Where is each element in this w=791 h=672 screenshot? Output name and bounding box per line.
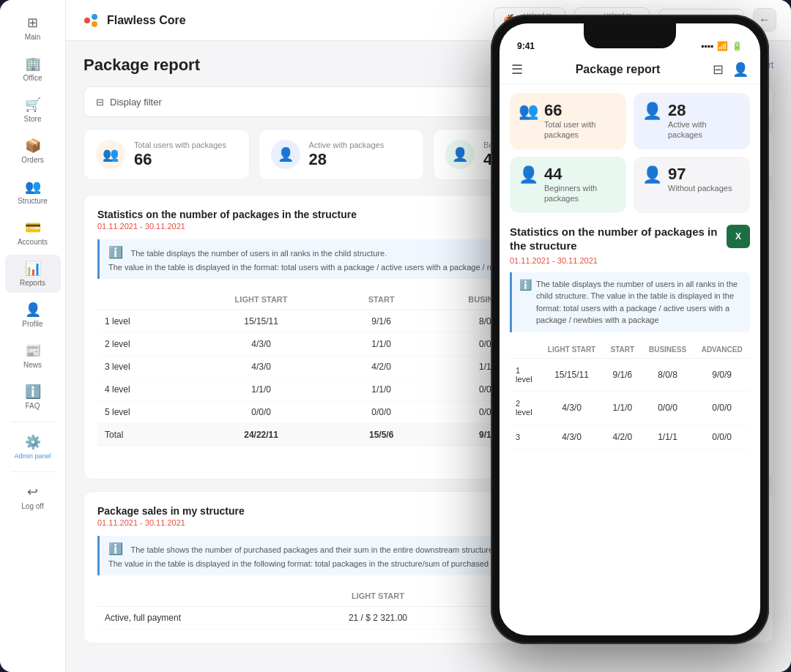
sidebar-item-profile[interactable]: 👤 Profile — [5, 296, 61, 334]
sidebar-item-store[interactable]: 🛒 Store — [5, 91, 61, 129]
logo-text: Flawless Core — [107, 14, 186, 27]
info-icon: ℹ️ — [108, 246, 123, 258]
phone-stats-grid: 👥 66 Total user with packages 👤 28 Activ… — [510, 93, 750, 213]
phone-notch — [584, 23, 676, 48]
sidebar-item-admin[interactable]: ⚙️ Admin panel — [5, 428, 61, 466]
sidebar-item-logoff[interactable]: ↩ Log off — [5, 478, 61, 516]
level-3: 3 level — [97, 356, 186, 378]
phone-stat-beginners: 👤 44 Beginners with packages — [510, 157, 626, 213]
sidebar-label-reports: Reports — [20, 279, 45, 287]
sidebar-item-accounts[interactable]: 💳 Accounts — [5, 214, 61, 252]
stat-card-total: 👥 Total users with packages 66 — [83, 129, 250, 180]
logo-icon — [81, 10, 101, 31]
sidebar-label-orders: Orders — [21, 156, 44, 164]
phone-structure-table: LIGHT START START BUSINESS ADVANCED 1lev… — [510, 341, 750, 450]
phone-filter-icon[interactable]: ⊟ — [713, 61, 724, 78]
phone-frame: 9:41 ▪▪▪▪ 📶 🔋 ☰ Package report ⊟ 👤 — [491, 15, 769, 644]
sidebar-label-faq: FAQ — [25, 402, 40, 410]
signal-icon: ▪▪▪▪ — [701, 41, 713, 51]
sidebar-item-orders[interactable]: 📦 Orders — [5, 132, 61, 170]
phone-profile-icon[interactable]: 👤 — [732, 61, 749, 78]
phone-stat-value-active: 28 — [668, 102, 741, 119]
phone-table-row: 3 4/3/0 4/2/0 1/1/1 0/0/0 — [510, 424, 750, 449]
structure-icon: 👥 — [25, 179, 41, 195]
phone-screen: 9:41 ▪▪▪▪ 📶 🔋 ☰ Package report ⊟ 👤 — [500, 23, 760, 635]
phone-active-icon: 👤 — [642, 102, 662, 121]
filter-text: Display filter — [110, 97, 162, 108]
phone-stat-value-total: 66 — [544, 102, 617, 119]
phone-stat-active: 👤 28 Active with packages — [634, 93, 750, 149]
orders-icon: 📦 — [25, 138, 41, 154]
stat-icon-total: 👥 — [96, 140, 125, 169]
svg-rect-0 — [81, 10, 101, 31]
col-header-light-start: LIGHT START — [186, 289, 335, 310]
excel-button[interactable]: X — [727, 225, 750, 248]
phone-structure-date: 01.11.2021 - 30.11.2021 — [510, 256, 750, 265]
sidebar-label-profile: Profile — [22, 320, 42, 328]
phone-stat-label-beginners: Beginners with packages — [544, 183, 617, 204]
sidebar-label-news: News — [23, 361, 42, 369]
sidebar-item-faq[interactable]: ℹ️ FAQ — [5, 378, 61, 416]
sidebar-item-reports[interactable]: 📊 Reports — [5, 255, 61, 293]
stat-card-active: 👤 Active with packages 28 — [259, 129, 425, 180]
level-2: 2 level — [97, 333, 186, 356]
level-1: 1 level — [97, 310, 186, 333]
filter-icon: ⊟ — [96, 97, 104, 108]
faq-icon: ℹ️ — [25, 384, 41, 400]
phone-info-text: The table displays the number of users i… — [536, 278, 743, 326]
col-header-level — [97, 289, 186, 310]
phone-stat-value-without: 97 — [668, 165, 732, 183]
sidebar-item-office[interactable]: 🏢 Office — [5, 50, 61, 88]
phone-structure-title: Statistics on the number of packages in … — [510, 225, 727, 253]
sidebar-item-news[interactable]: 📰 News — [5, 337, 61, 375]
phone-table-row: 2level 4/3/0 1/1/0 0/0/0 0/0/0 — [510, 391, 750, 424]
phone-table-row: 1level 15/15/11 9/1/6 8/0/8 9/0/9 — [510, 358, 750, 391]
phone-total-icon: 👥 — [519, 102, 538, 121]
sidebar-divider — [11, 422, 55, 422]
info-box-text: The table displays the number of users i… — [108, 249, 533, 272]
stat-label-total: Total users with packages — [134, 140, 226, 150]
sidebar-label-admin: Admin panel — [14, 452, 51, 460]
sidebar-label-main: Main — [25, 33, 41, 41]
svg-point-1 — [84, 18, 90, 23]
level-5: 5 level — [97, 401, 186, 424]
phone-beginners-icon: 👤 — [519, 165, 538, 184]
sidebar-label-accounts: Accounts — [18, 238, 48, 246]
hamburger-icon[interactable]: ☰ — [511, 61, 523, 78]
phone-stat-without: 👤 97 Without packages — [634, 157, 750, 213]
sidebar-item-structure[interactable]: 👥 Structure — [5, 173, 61, 211]
stat-label-active: Active with packages — [309, 140, 385, 150]
phone-content: 👥 66 Total user with packages 👤 28 Activ… — [500, 84, 760, 635]
sidebar-label-logoff: Log off — [21, 502, 43, 510]
phone-stat-total: 👥 66 Total user with packages — [510, 93, 626, 149]
level-4: 4 level — [97, 378, 186, 401]
col-header-start: START — [336, 289, 427, 310]
sidebar-divider-2 — [11, 471, 55, 472]
office-icon: 🏢 — [25, 56, 41, 72]
stat-icon-beginners: 👤 — [445, 140, 475, 169]
phone-nav-bar: ☰ Package report ⊟ 👤 — [500, 56, 760, 84]
svg-point-2 — [92, 14, 97, 20]
phone-info-icon: ℹ️ — [519, 279, 532, 326]
phone-table-header: LIGHT START START BUSINESS ADVANCED — [510, 341, 750, 359]
sidebar: ⊞ Main 🏢 Office 🛒 Store 📦 Orders 👥 Struc… — [0, 0, 66, 672]
phone-status-icons: ▪▪▪▪ 📶 🔋 — [701, 41, 743, 51]
stat-value-active: 28 — [309, 150, 385, 169]
svg-point-3 — [92, 21, 97, 27]
sidebar-label-office: Office — [23, 74, 42, 82]
news-icon: 📰 — [25, 343, 41, 359]
phone-structure-section: Statistics on the number of packages in … — [510, 225, 750, 450]
phone-stat-label-without: Without packages — [668, 183, 732, 193]
phone-stat-value-beginners: 44 — [544, 165, 617, 183]
profile-icon: 👤 — [25, 302, 41, 318]
wifi-icon: 📶 — [717, 41, 728, 51]
admin-icon: ⚙️ — [25, 434, 41, 450]
filter-label: ⊟ Display filter — [96, 97, 162, 108]
sidebar-item-main[interactable]: ⊞ Main — [5, 9, 61, 47]
reports-icon: 📊 — [25, 261, 41, 277]
phone-stat-label-total: Total user with packages — [544, 119, 617, 141]
phone-nav-title: Package report — [576, 63, 661, 76]
phone-without-icon: 👤 — [642, 165, 662, 184]
main-icon: ⊞ — [27, 15, 38, 31]
sales-info-text: The table shows the number of purchased … — [108, 545, 535, 568]
